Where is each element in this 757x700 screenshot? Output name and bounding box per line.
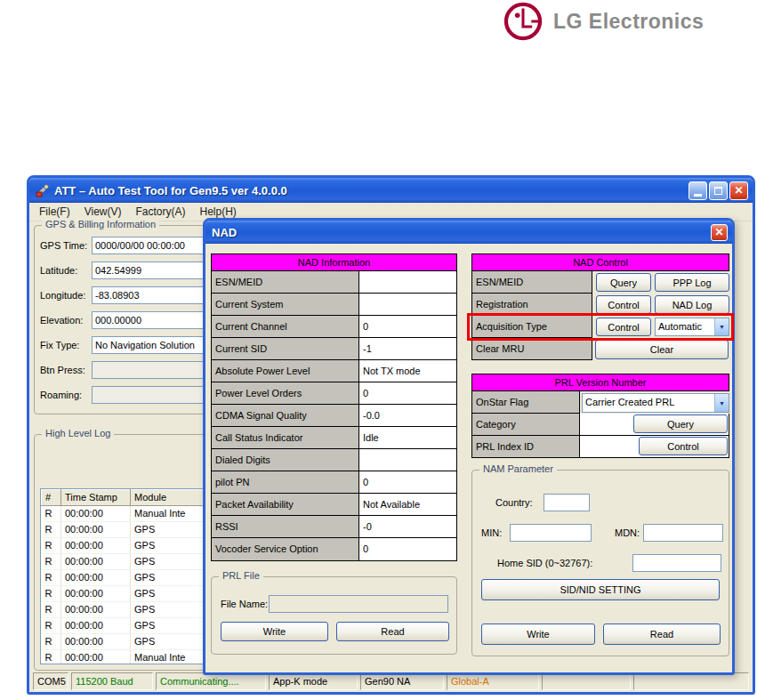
esn-query-button[interactable]: Query [596, 273, 651, 292]
log-cell: R [42, 570, 61, 586]
nad-info-value: Not Available [359, 494, 456, 516]
nad-info-value: 0 [359, 538, 456, 560]
nad-info-value: Idle [359, 427, 456, 449]
prl-version-rows: OnStar Flag Carrier Created PRL ▼ Catego… [471, 391, 729, 458]
nad-information-header: NAD Information [211, 253, 457, 271]
acquisition-type-select[interactable]: Automatic ▼ [655, 318, 729, 336]
prl-file-read-button[interactable]: Read [336, 622, 449, 641]
mdn-input[interactable] [643, 524, 723, 542]
minimize-button[interactable] [689, 181, 707, 200]
nad-info-label: Packet Availability [212, 494, 359, 516]
nam-write-button[interactable]: Write [481, 624, 595, 645]
clear-mru-button[interactable]: Clear [595, 340, 729, 359]
ppp-log-button[interactable]: PPP Log [655, 273, 729, 292]
category-label: Category [471, 414, 580, 436]
acquisition-type-value: Automatic [656, 318, 714, 335]
category-query-button[interactable]: Query [633, 414, 728, 433]
close-button[interactable]: ✕ [729, 181, 748, 200]
nad-control-header: NAD Control [471, 253, 729, 271]
nad-info-label: Call Status Indicator [212, 427, 359, 449]
log-group-title: High Level Log [42, 428, 114, 439]
nam-read-button[interactable]: Read [603, 624, 721, 645]
window-title: ATT – Auto Test Tool for Gen9.5 ver 4.0.… [54, 184, 689, 197]
elevation-label: Elevation: [40, 315, 92, 326]
country-input[interactable] [544, 494, 590, 511]
nam-group-title: NAM Parameter [479, 463, 557, 474]
nam-parameter-group: NAM Parameter Country: MIN: MDN: Home SI… [471, 470, 729, 656]
menu-file[interactable]: File(F) [32, 204, 77, 220]
registration-row: Registration Control NAD Log [471, 294, 729, 316]
status-app-mode: App-K mode [269, 672, 358, 690]
nad-info-label: Current SID [212, 338, 359, 360]
acquisition-type-label: Acquisition Type [471, 316, 592, 338]
nad-dialog: NAD ✕ NAD Information ESN/MEID Current S… [203, 218, 735, 675]
nad-info-label: Power Level Orders [212, 382, 359, 405]
nad-close-button[interactable]: ✕ [711, 224, 728, 241]
maximize-button[interactable] [709, 181, 728, 200]
onstar-flag-label: OnStar Flag [471, 391, 580, 414]
sid-nid-setting-button[interactable]: SID/NID SETTING [481, 579, 720, 600]
main-window-titlebar[interactable]: ATT – Auto Test Tool for Gen9.5 ver 4.0.… [29, 178, 753, 203]
status-communicating: Communicating.... [156, 672, 266, 690]
fix-type-label: Fix Type: [40, 340, 92, 350]
nad-log-button[interactable]: NAD Log [655, 295, 729, 314]
nad-info-value: -1 [359, 338, 456, 360]
mdn-label: MDN: [615, 527, 640, 538]
roaming-label: Roaming: [40, 390, 92, 400]
log-cell: R [42, 538, 61, 554]
acquisition-control-button[interactable]: Control [596, 318, 651, 336]
onstar-flag-value: Carrier Created PRL [583, 394, 714, 412]
log-cell: 00:00:00 [61, 634, 131, 650]
longitude-label: Longitude: [40, 290, 92, 301]
nad-info-label: Vocoder Service Option [212, 538, 359, 560]
prl-index-control-button[interactable]: Control [639, 437, 728, 455]
category-row: Category Query [471, 414, 729, 436]
nad-info-value: 0 [359, 471, 456, 494]
onstar-flag-row: OnStar Flag Carrier Created PRL ▼ [471, 391, 729, 414]
log-cell: R [42, 586, 61, 602]
prl-index-label: PRL Index ID [471, 436, 580, 458]
lg-logo-text: LG Electronics [553, 10, 704, 34]
nad-information-table: ESN/MEID Current System Current Channel0… [211, 271, 457, 561]
log-cell: 00:00:00 [61, 554, 131, 570]
log-cell: 00:00:00 [61, 602, 131, 618]
maximize-icon [714, 187, 722, 195]
nad-info-label: ESN/MEID [212, 271, 359, 294]
log-cell: 00:00:00 [61, 506, 131, 522]
nad-dialog-title: NAD [212, 226, 711, 239]
home-sid-input[interactable] [632, 554, 721, 572]
nad-info-label: CDMA Signal Quality [212, 405, 359, 427]
file-name-input[interactable] [269, 595, 448, 613]
acquisition-type-row: Acquisition Type Control Automatic ▼ [471, 316, 729, 338]
log-header-index[interactable]: # [42, 490, 61, 506]
log-cell: R [42, 650, 61, 665]
log-cell: 00:00:00 [61, 650, 131, 665]
log-cell: 00:00:00 [61, 522, 131, 538]
onstar-flag-select[interactable]: Carrier Created PRL ▼ [582, 393, 729, 413]
latitude-label: Latitude: [40, 265, 92, 276]
chevron-down-icon: ▼ [714, 318, 729, 335]
prl-index-row: PRL Index ID Control [471, 436, 729, 458]
status-empty-2 [633, 672, 749, 690]
nad-info-value: -0 [359, 516, 456, 538]
log-cell: 00:00:00 [61, 538, 131, 554]
close-icon: ✕ [714, 227, 723, 237]
prl-index-value-cell: Control [580, 436, 729, 458]
gps-group-title: GPS & Billing Information [42, 219, 159, 229]
chevron-down-icon: ▼ [714, 394, 729, 412]
log-cell: R [42, 602, 61, 618]
lg-logo-icon [503, 2, 543, 41]
prl-file-write-button[interactable]: Write [221, 622, 328, 641]
registration-control-button[interactable]: Control [596, 295, 651, 314]
log-cell: R [42, 618, 61, 634]
minimize-icon [694, 194, 702, 197]
menu-view[interactable]: View(V) [77, 204, 129, 220]
min-input[interactable] [510, 524, 592, 542]
nad-control-rows: ESN/MEID Query PPP Log Registration Cont… [471, 271, 729, 360]
menu-factory[interactable]: Factory(A) [128, 204, 192, 220]
lg-logo: LG Electronics [503, 2, 704, 41]
nad-info-label: Current System [212, 294, 359, 316]
nad-dialog-titlebar[interactable]: NAD ✕ [205, 221, 732, 244]
log-header-timestamp[interactable]: Time Stamp [61, 490, 131, 506]
nad-info-label: Current Channel [212, 316, 359, 338]
